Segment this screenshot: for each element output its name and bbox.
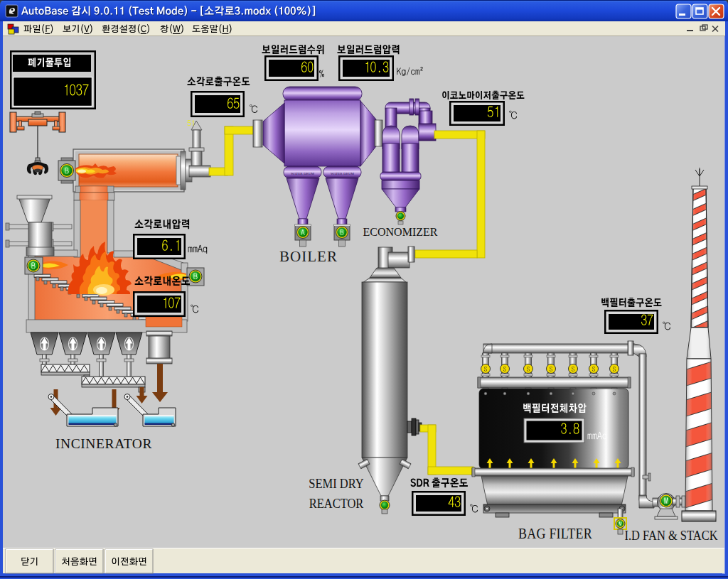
svg-text:I.D FAN & STACK: I.D FAN & STACK bbox=[624, 528, 718, 543]
svg-text:INCINERATOR: INCINERATOR bbox=[55, 436, 152, 451]
svg-text:REACTOR: REACTOR bbox=[309, 496, 364, 512]
svg-text:ECONOMIZER: ECONOMIZER bbox=[363, 226, 438, 238]
svg-text:BAG FILTER: BAG FILTER bbox=[518, 526, 592, 541]
svg-text:BOILER: BOILER bbox=[279, 248, 338, 265]
svg-text:SEMI DRY: SEMI DRY bbox=[309, 476, 363, 492]
svg-text:WATER DRUM: WATER DRUM bbox=[331, 172, 354, 175]
svg-text:WATER DRUM: WATER DRUM bbox=[291, 172, 314, 175]
